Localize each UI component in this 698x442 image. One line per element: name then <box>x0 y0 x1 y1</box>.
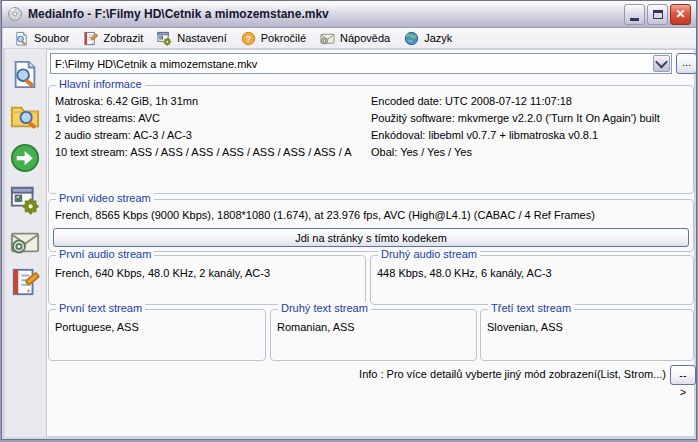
text-stream-2-info: Romanian, ASS <box>277 319 472 336</box>
menu-label: Zobrazit <box>103 32 143 44</box>
menu-bar: Soubor Zobrazit Nastavení Pokročilé Nápo… <box>3 28 697 49</box>
audio-stream-1-info: French, 640 Kbps, 48.0 KHz, 2 kanály, AC… <box>55 265 361 282</box>
menu-soubor[interactable]: Soubor <box>7 29 76 48</box>
go-button[interactable] <box>9 142 41 174</box>
video-stream-group: První video stream French, 8565 Kbps (90… <box>48 199 694 252</box>
menu-pokrocile[interactable]: Pokročilé <box>234 29 313 48</box>
menu-zobrazit[interactable]: Zobrazit <box>76 29 150 48</box>
menu-napoveda[interactable]: Nápověda <box>313 29 397 48</box>
go-icon <box>10 143 40 173</box>
text-stream-1-info: Portuguese, ASS <box>55 319 261 336</box>
menu-label: Pokročilé <box>261 32 306 44</box>
open-file-button[interactable] <box>9 58 41 90</box>
mail-icon <box>10 227 40 257</box>
maximize-icon <box>653 10 663 19</box>
general-info-group: Hlavní informace Matroska: 6.42 GiB, 1h … <box>48 85 694 194</box>
general-line: Obal: Yes / Yes / Yes <box>371 144 689 161</box>
text-stream-2-title: Druhý text stream <box>278 302 371 314</box>
audio-stream-2-group: Druhý audio stream 448 Kbps, 48.0 KHz, 6… <box>370 255 694 305</box>
text-stream-2-group: Druhý text stream Romanian, ASS <box>270 309 477 361</box>
minimize-icon <box>630 18 639 21</box>
report-button[interactable] <box>9 266 41 298</box>
video-stream-info: French, 8565 Kbps (9000 Kbps), 1808*1080… <box>55 207 689 224</box>
menu-label: Jazyk <box>424 32 452 44</box>
mail-button[interactable] <box>9 226 41 258</box>
general-line: Encoded date: UTC 2008-07-12 11:07:18 <box>371 93 689 110</box>
general-right-column: Encoded date: UTC 2008-07-12 11:07:18 Po… <box>371 93 689 161</box>
text-stream-3-title: Třetí text stream <box>488 302 574 314</box>
general-line: Enkódoval: libebml v0.7.7 + libmatroska … <box>371 127 689 144</box>
general-line: 2 audio stream: AC-3 / AC-3 <box>55 127 371 144</box>
general-line: Použitý software: mkvmerge v2.2.0 ('Turn… <box>371 110 689 127</box>
notes-icon <box>83 31 98 46</box>
menu-label: Nastavení <box>177 32 227 44</box>
general-line: Matroska: 6.42 GiB, 1h 31mn <box>55 93 371 110</box>
audio-stream-1-group: První audio stream French, 640 Kbps, 48.… <box>48 255 366 305</box>
video-stream-title: První video stream <box>56 192 154 204</box>
text-stream-3-group: Třetí text stream Slovenian, ASS <box>480 309 694 361</box>
audio-stream-2-info: 448 Kbps, 48.0 KHz, 6 kanály, AC-3 <box>377 265 689 282</box>
mail-icon <box>320 31 335 46</box>
general-left-column: Matroska: 6.42 GiB, 1h 31mn 1 video stre… <box>55 93 371 161</box>
window-title: MediaInfo - F:\Filmy HD\Cetnik a mimozem… <box>28 7 620 21</box>
codec-website-button[interactable]: Jdi na stránky s tímto kodekem <box>53 228 689 247</box>
audio-stream-2-title: Druhý audio stream <box>378 248 480 260</box>
globe-icon <box>404 31 419 46</box>
title-bar[interactable]: MediaInfo - F:\Filmy HD\Cetnik a mimozem… <box>2 1 696 28</box>
app-icon <box>7 6 23 22</box>
open-folder-icon <box>10 101 40 131</box>
audio-stream-1-title: První audio stream <box>56 248 154 260</box>
menu-label: Soubor <box>34 32 69 44</box>
close-button[interactable]: ✕ <box>670 4 691 25</box>
file-search-icon <box>14 31 29 46</box>
menu-label: Nápověda <box>340 32 390 44</box>
text-stream-3-info: Slovenian, ASS <box>487 319 689 336</box>
combo-dropdown-button[interactable] <box>653 55 670 72</box>
general-line: 10 text stream: ASS / ASS / ASS / ASS / … <box>55 144 371 161</box>
menu-jazyk[interactable]: Jazyk <box>397 29 459 48</box>
file-path-combobox[interactable]: F:\Filmy HD\Cetnik a mimozemstane.mkv <box>50 53 672 74</box>
file-path-value[interactable]: F:\Filmy HD\Cetnik a mimozemstane.mkv <box>51 58 652 70</box>
options-gear-icon <box>10 185 40 215</box>
browse-button[interactable]: ... <box>676 53 697 74</box>
minimize-button[interactable] <box>624 4 645 25</box>
menu-nastaveni[interactable]: Nastavení <box>150 29 234 48</box>
status-info-text: Info : Pro více detailů vyberte jiný mód… <box>182 368 666 380</box>
chevron-down-icon <box>655 56 668 69</box>
help-circle-icon <box>241 31 256 46</box>
options-gear-icon <box>157 31 172 46</box>
open-file-icon <box>10 59 40 89</box>
next-view-button[interactable]: --> <box>670 365 696 385</box>
general-info-title: Hlavní informace <box>56 78 145 90</box>
mediainfo-window: MediaInfo - F:\Filmy HD\Cetnik a mimozem… <box>1 0 697 440</box>
report-icon <box>10 267 40 297</box>
open-folder-button[interactable] <box>9 100 41 132</box>
text-stream-1-title: První text stream <box>56 302 145 314</box>
general-line: 1 video streams: AVC <box>55 110 371 127</box>
text-stream-1-group: První text stream Portuguese, ASS <box>48 309 266 361</box>
close-icon: ✕ <box>675 8 685 20</box>
options-button[interactable] <box>9 184 41 216</box>
maximize-button[interactable] <box>647 4 668 25</box>
